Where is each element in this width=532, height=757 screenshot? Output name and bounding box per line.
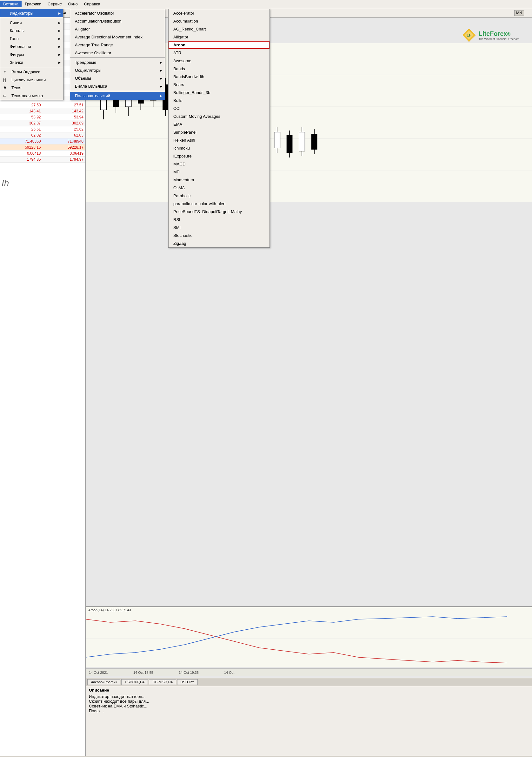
menu-item-textlabel[interactable]: 🏷 Текстовая метка (0, 92, 63, 100)
menu-item-figures[interactable]: Фигуры ▶ (0, 50, 63, 58)
description-item-3: Советник на EMA и Stohastic... (89, 704, 529, 709)
custom-submenu-item[interactable]: PriceSoundTS_DinapoliTarget_Malay (168, 208, 270, 216)
price-cell-ask: 0.06419 (43, 151, 86, 157)
submenu-admi[interactable]: Average Directional Movement Index (70, 33, 165, 41)
tab-bar: Часовой график USDCHF,H4 GBPUSD,H4 USDJP… (86, 678, 532, 686)
custom-submenu-item[interactable]: SimplePanel (168, 128, 270, 136)
menu-item-cycle[interactable]: |:| Цикличные линии (0, 76, 63, 84)
submenu-oscillators[interactable]: Осцилляторы ▶ (70, 66, 165, 74)
custom-submenu-item[interactable]: Accelerator (168, 9, 270, 17)
submenu-alligator[interactable]: Alligator (70, 25, 165, 33)
menubar-item-window[interactable]: Окно (65, 1, 81, 7)
tab-usdjpy[interactable]: USDJPY (177, 679, 198, 685)
custom-submenu-item[interactable]: ZigZag (168, 239, 270, 247)
time-bar: 14 Oct 2021 14 Oct 18:55 14 Oct 19:35 14… (86, 668, 532, 676)
custom-submenu-item[interactable]: Momentum (168, 176, 270, 184)
aroon-panel: Aroon(14) 14.2857 85.7143 (86, 606, 532, 667)
custom-submenu-item[interactable]: ATR (168, 49, 270, 57)
price-table: 132.254132.2591.263091.2631692.17592.184… (0, 18, 86, 756)
submenu-custom[interactable]: Пользовательский ▶ (70, 92, 165, 100)
menu-item-lines[interactable]: Линии ▶ (0, 19, 63, 27)
submenu-accumulation[interactable]: Accumulation/Distribution (70, 17, 165, 25)
custom-submenu-item[interactable]: Bollinger_Bands_3b (168, 89, 270, 97)
custom-submenu-item[interactable]: BandsBandwidth (168, 73, 270, 81)
submenu-awesome[interactable]: Awesome Oscillator (70, 49, 165, 57)
menubar-item-help[interactable]: Справка (81, 1, 103, 7)
time-label-1: 14 Oct 2021 (89, 671, 108, 675)
mn-label: MN (514, 11, 524, 15)
insert-divider-1 (0, 18, 63, 18)
custom-submenu-item[interactable]: Heiken Ashi (168, 136, 270, 144)
custom-submenu-item[interactable]: SMI (168, 224, 270, 231)
insert-dropdown: Индикаторы ▶ Линии ▶ Каналы ▶ Ганн ▶ Фиб… (0, 9, 64, 100)
table-row: 302.87302.89 (0, 120, 85, 126)
description-item-1: Индикатор находит паттерн... (89, 694, 529, 699)
submenu-accelerator[interactable]: Accelerator Oscillator (70, 9, 165, 17)
custom-submenu-item[interactable]: Parabolic (168, 192, 270, 200)
tab-gbpusd[interactable]: GBPUSD,H4 (149, 679, 176, 685)
custom-submenu-item[interactable]: CCI (168, 105, 270, 112)
menu-item-gann[interactable]: Ганн ▶ (0, 35, 63, 43)
custom-submenu-item[interactable]: iExposure (168, 152, 270, 160)
menubar-item-charts[interactable]: Графики (21, 1, 44, 7)
oscillators-arrow: ▶ (160, 69, 162, 72)
custom-submenu-item[interactable]: RSI (168, 216, 270, 224)
custom-submenu-item[interactable]: Aroon (168, 41, 270, 49)
menu-item-indicators[interactable]: Индикаторы ▶ (0, 9, 63, 17)
menu-item-andrews[interactable]: ⫽ Вилы Эндрюса (0, 68, 63, 76)
submenu-volumes[interactable]: Объёмы ▶ (70, 74, 165, 82)
andrews-icon: ⫽ (3, 70, 7, 74)
description-item-4: Поиск... (89, 709, 529, 713)
custom-submenu-item[interactable]: MACD (168, 160, 270, 168)
table-row: 25.6125.62 (0, 126, 85, 133)
table-row: 62.0262.03 (0, 133, 85, 138)
lines-arrow: ▶ (58, 21, 61, 24)
custom-submenu-item[interactable]: Bands (168, 65, 270, 73)
text-icon: A (4, 85, 6, 90)
submenu-trending[interactable]: Трендовые ▶ (70, 58, 165, 66)
custom-submenu-item[interactable]: Ichimoku (168, 144, 270, 152)
custom-submenu-item[interactable]: Awesome (168, 57, 270, 65)
table-row: 59228.1659228.17 (0, 144, 85, 151)
menu-item-icons[interactable]: Значки ▶ (0, 58, 63, 66)
liteforex-logo: LF LiteForex® The World of Financial Fre… (461, 27, 519, 43)
custom-submenu-item[interactable]: Alligator (168, 33, 270, 41)
price-cell-bid: 59228.16 (0, 144, 43, 151)
menubar-item-insert[interactable]: Вставка (0, 1, 21, 7)
svg-rect-56 (299, 132, 305, 151)
custom-submenu-item[interactable]: Bears (168, 81, 270, 89)
custom-submenu-item[interactable]: MFI (168, 168, 270, 176)
price-cell-ask: 53.94 (43, 114, 86, 120)
custom-submenu-item[interactable]: EMA (168, 120, 270, 128)
price-cell-bid: 53.92 (0, 114, 43, 120)
tab-usdchf[interactable]: USDCHF,H4 (121, 679, 148, 685)
price-cell-bid: 25.61 (0, 126, 43, 133)
table-row: 53.9253.94 (0, 114, 85, 120)
custom-submenu-item[interactable]: Stochastic (168, 231, 270, 239)
custom-submenu-item[interactable]: AG_Renko_Chart (168, 25, 270, 33)
time-label-3: 14 Oct 19:35 (179, 671, 199, 675)
svg-rect-53 (287, 135, 293, 153)
custom-arrow: ▶ (160, 94, 162, 98)
custom-submenu-item[interactable]: Bulls (168, 97, 270, 105)
indicators-divider-2 (70, 91, 165, 91)
custom-submenu-item[interactable]: Accumulation (168, 17, 270, 25)
svg-rect-59 (311, 134, 317, 150)
tab-hourly[interactable]: Часовой график (87, 679, 120, 685)
menu-item-fibonacci[interactable]: Фибоначчи ▶ (0, 43, 63, 50)
custom-submenu-item[interactable]: OsMA (168, 184, 270, 192)
menu-item-text[interactable]: A Текст (0, 84, 63, 92)
price-cell-ask: 302.89 (43, 120, 86, 126)
custom-submenu-item[interactable]: Custom Moving Averages (168, 112, 270, 120)
price-cell-bid: 143.41 (0, 108, 43, 114)
menubar: Вставка Графики Сервис Окно Справка (0, 0, 532, 8)
submenu-williams[interactable]: Билла Вильямса ▶ (70, 82, 165, 90)
menubar-item-service[interactable]: Сервис (44, 1, 65, 7)
menu-item-channels[interactable]: Каналы ▶ (0, 27, 63, 35)
submenu-atr[interactable]: Average True Range (70, 41, 165, 49)
custom-submenu-item[interactable]: parabolic-sar-color-with-alert (168, 200, 270, 208)
indicators-submenu: Accelerator Oscillator Accumulation/Dist… (70, 9, 165, 100)
price-cell-bid: 1794.85 (0, 157, 43, 163)
table-row: 0.064180.06419 (0, 151, 85, 157)
price-cell-bid: 27.50 (0, 102, 43, 108)
